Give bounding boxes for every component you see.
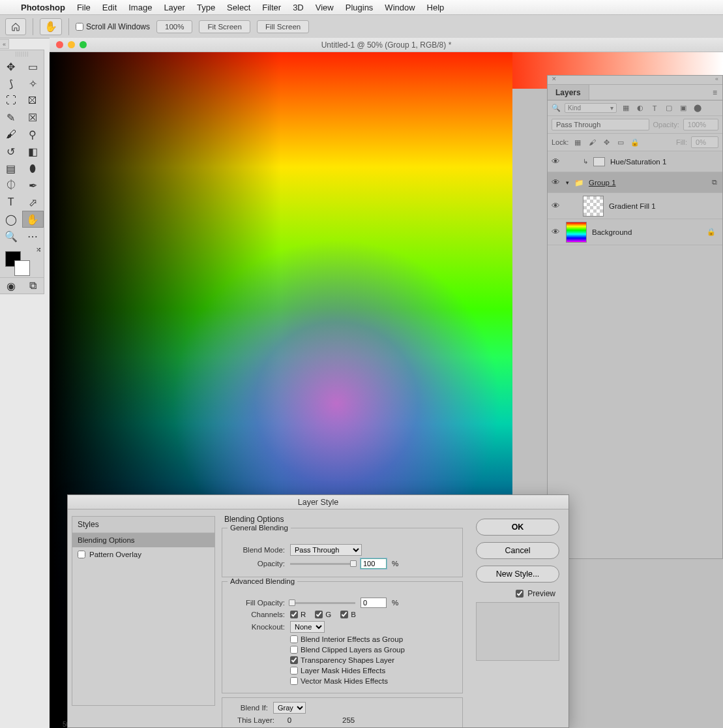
visibility-toggle-icon[interactable]: 👁 [548, 201, 563, 211]
blend-mode-select[interactable]: Pass Through [552, 119, 649, 130]
new-style-button[interactable]: New Style... [476, 566, 559, 583]
lock-position-icon[interactable]: ✥ [601, 138, 612, 147]
more-tools[interactable]: ⋯ [22, 228, 44, 245]
fill-opacity-slider[interactable] [290, 602, 355, 604]
menu-filter[interactable]: Filter [262, 3, 281, 12]
blend-interior-checkbox[interactable]: Blend Interior Effects as Group [290, 635, 403, 643]
swap-colors-icon[interactable]: ⤭ [36, 246, 41, 253]
menu-type[interactable]: Type [197, 3, 215, 12]
opacity-slider[interactable] [290, 563, 355, 565]
scroll-all-windows-checkbox[interactable]: Scroll All Windows [76, 22, 150, 31]
menu-file[interactable]: File [77, 3, 91, 12]
channel-g-checkbox[interactable]: G [315, 611, 331, 618]
channel-r-checkbox[interactable]: R [290, 611, 306, 618]
brush-tool[interactable]: 🖌 [0, 126, 22, 143]
fill-value[interactable]: 0% [691, 136, 718, 148]
menu-select[interactable]: Select [227, 3, 250, 12]
document-titlebar[interactable]: Untitled-1 @ 50% (Group 1, RGB/8) * [50, 38, 723, 52]
gradient-tool[interactable]: ▤ [0, 160, 22, 177]
ok-button[interactable]: OK [476, 519, 559, 536]
pattern-overlay-checkbox[interactable] [78, 551, 85, 558]
filter-pixel-icon[interactable]: ▦ [621, 104, 631, 112]
filter-type-icon[interactable]: T [649, 104, 660, 112]
marquee-tool[interactable]: ▭ [22, 58, 44, 75]
blend-if-select[interactable]: Gray [273, 702, 306, 714]
background-color[interactable] [14, 260, 30, 276]
menu-layer[interactable]: Layer [164, 3, 185, 12]
zoom-100-button[interactable]: 100% [156, 20, 192, 33]
dialog-title[interactable]: Layer Style [68, 495, 568, 509]
window-close-icon[interactable] [56, 41, 63, 48]
tools-grip[interactable] [16, 52, 28, 57]
eyedropper-tool[interactable]: ✎ [0, 109, 22, 126]
crop-tool[interactable]: ⛶ [0, 92, 22, 109]
hand-tool[interactable]: ✋ [22, 211, 44, 228]
filter-toggle-icon[interactable]: ⬤ [692, 104, 703, 112]
screen-mode-tool[interactable]: ⧉ [22, 278, 44, 294]
stamp-tool[interactable]: ⚲ [22, 126, 44, 143]
window-minimize-icon[interactable] [68, 41, 75, 48]
knockout-select[interactable]: None [290, 621, 325, 633]
cancel-button[interactable]: Cancel [476, 542, 559, 559]
menu-edit[interactable]: Edit [102, 3, 117, 12]
opacity-input[interactable] [361, 558, 387, 569]
history-brush-tool[interactable]: ↺ [0, 143, 22, 160]
filter-shape-icon[interactable]: ▢ [664, 104, 674, 112]
panel-menu-icon[interactable]: ≡ [707, 85, 722, 100]
frame-tool[interactable]: ⛝ [22, 92, 44, 109]
menu-plugins[interactable]: Plugins [346, 3, 374, 12]
menu-window[interactable]: Window [385, 3, 415, 12]
zoom-tool[interactable]: 🔍 [0, 228, 22, 245]
blur-tool[interactable]: ⬮ [22, 160, 44, 177]
lock-all-icon[interactable]: 🔒 [630, 138, 640, 147]
scroll-all-windows-input[interactable] [76, 23, 83, 31]
layer-filter-kind[interactable]: Kind▾ [565, 103, 617, 113]
disclosure-icon[interactable]: ▾ [566, 179, 569, 186]
menu-image[interactable]: Image [128, 3, 152, 12]
layer-item-hue-saturation[interactable]: 👁 ↳ Hue/Saturation 1 [548, 151, 722, 172]
dodge-tool[interactable]: ⏀ [0, 177, 22, 194]
shape-tool[interactable]: ◯ [0, 211, 22, 228]
filter-adjust-icon[interactable]: ◐ [635, 104, 645, 112]
preview-checkbox[interactable] [516, 590, 524, 598]
app-menu[interactable]: Photoshop [21, 3, 65, 12]
vector-mask-hides-checkbox[interactable]: Vector Mask Hides Effects [290, 677, 388, 685]
layer-mask-hides-checkbox[interactable]: Layer Mask Hides Effects [290, 667, 385, 675]
visibility-toggle-icon[interactable]: 👁 [548, 157, 563, 166]
style-row-blending-options[interactable]: Blending Options [72, 533, 214, 547]
layer-name[interactable]: Group 1 [589, 179, 616, 187]
tool-indicator-hand[interactable]: ✋ [40, 18, 62, 35]
panel-close-icon[interactable]: ✕ [552, 76, 557, 84]
link-style-icon[interactable]: ⧉ [712, 178, 717, 187]
lock-artboard-icon[interactable]: ▭ [615, 138, 626, 147]
transparency-shapes-checkbox[interactable]: Transparency Shapes Layer [290, 656, 394, 664]
menu-3d[interactable]: 3D [293, 3, 304, 12]
fill-screen-button[interactable]: Fill Screen [257, 20, 309, 33]
opacity-value[interactable]: 100% [683, 119, 718, 130]
visibility-toggle-icon[interactable]: 👁 [548, 227, 563, 237]
lock-paint-icon[interactable]: 🖌 [587, 138, 597, 146]
type-tool[interactable]: T [0, 194, 22, 211]
quick-select-tool[interactable]: ✧ [22, 75, 44, 92]
quick-mask-tool[interactable]: ◉ [0, 278, 22, 294]
tools-collapse-handle[interactable]: « [0, 39, 9, 49]
style-row-pattern-overlay[interactable]: Pattern Overlay [72, 547, 214, 562]
lock-transparency-icon[interactable]: ▦ [572, 138, 583, 147]
move-tool[interactable]: ✥ [0, 58, 22, 75]
path-select-tool[interactable]: ⬀ [22, 194, 44, 211]
blend-clipped-checkbox[interactable]: Blend Clipped Layers as Group [290, 646, 405, 654]
healing-tool[interactable]: ☒ [22, 109, 44, 126]
lasso-tool[interactable]: ⟆ [0, 75, 22, 92]
layer-name[interactable]: Hue/Saturation 1 [610, 158, 666, 166]
layer-name[interactable]: Background [592, 228, 632, 236]
home-button[interactable] [5, 18, 26, 35]
window-zoom-icon[interactable] [80, 41, 87, 48]
menu-help[interactable]: Help [427, 3, 445, 12]
blend-mode-select[interactable]: Pass Through [290, 544, 362, 556]
filter-smart-icon[interactable]: ▣ [678, 104, 688, 112]
panel-collapse-icon[interactable]: « [715, 76, 718, 84]
fill-opacity-input[interactable] [361, 598, 387, 608]
layers-tab[interactable]: Layers [548, 85, 589, 100]
channel-b-checkbox[interactable]: B [340, 611, 356, 618]
layer-item-group1[interactable]: 👁 ▾ 📁 Group 1 ⧉ [548, 172, 722, 193]
